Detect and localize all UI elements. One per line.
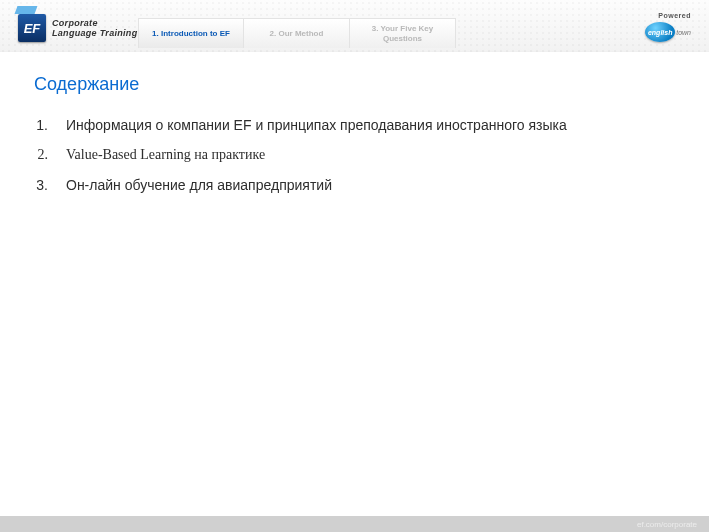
tab-introduction[interactable]: 1. Introduction to EF: [138, 18, 244, 48]
footer-url: ef.com/corporate: [637, 520, 697, 529]
list-item-number: 3.: [34, 177, 48, 193]
list-item: 1. Информация о компании EF и принципах …: [34, 117, 675, 133]
header-bar: EF Corporate Language Training 1. Introd…: [0, 0, 709, 52]
powered-label: Powered: [645, 12, 691, 19]
list-item-text: Value-Based Learning на практике: [66, 147, 265, 163]
list-item-text: Он-лайн обучение для авиапредприятий: [66, 177, 332, 193]
logo-text: Corporate Language Training: [52, 18, 137, 38]
logo-line2: Language Training: [52, 28, 137, 38]
list-item: 2. Value-Based Learning на практике: [34, 147, 675, 163]
logo-line1: Corporate: [52, 18, 137, 28]
footer-bar: ef.com/corporate: [0, 516, 709, 532]
brand-logo: EF Corporate Language Training: [18, 14, 137, 42]
englishtown-suffix: town: [676, 29, 691, 36]
tabs: 1. Introduction to EF 2. Our Method 3. Y…: [138, 18, 456, 48]
logo-mark: EF: [18, 14, 46, 42]
list-item-text: Информация о компании EF и принципах пре…: [66, 117, 567, 133]
logo-accent: [15, 6, 38, 14]
list-item-number: 2.: [34, 147, 48, 163]
powered-by: Powered englishtown: [645, 12, 691, 42]
tab-our-method[interactable]: 2. Our Method: [244, 18, 350, 48]
page-title: Содержание: [34, 74, 675, 95]
englishtown-badge-icon: english: [645, 22, 675, 42]
tab-five-key-questions[interactable]: 3. Your Five Key Questions: [350, 18, 456, 48]
table-of-contents: 1. Информация о компании EF и принципах …: [34, 117, 675, 193]
list-item-number: 1.: [34, 117, 48, 133]
content-area: Содержание 1. Информация о компании EF и…: [0, 52, 709, 516]
list-item: 3. Он-лайн обучение для авиапредприятий: [34, 177, 675, 193]
